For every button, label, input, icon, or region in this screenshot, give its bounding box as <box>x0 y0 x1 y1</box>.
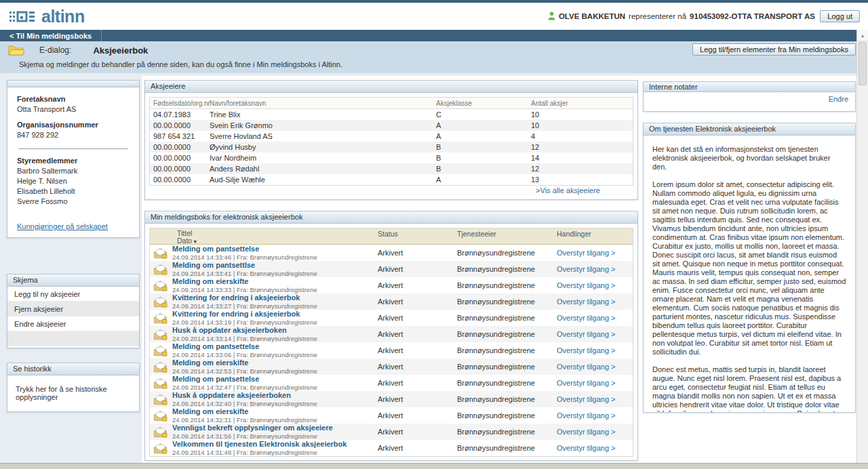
company-name-label: Foretaksnavn <box>17 94 130 104</box>
skjema-item[interactable]: Legg til ny aksjeeier <box>7 287 139 302</box>
message-texts: Husk å oppdater aksjeeierboken 24.09.201… <box>172 327 317 342</box>
archived-envelope-icon <box>153 329 167 340</box>
shareholder-shares: 13 <box>531 176 633 184</box>
override-access-link[interactable]: Overstyr tilgang > <box>557 428 633 436</box>
scrollbar-thumb[interactable] <box>859 42 867 85</box>
add-remove-elements-button[interactable]: Legg til/fjern elementer fra Min melding… <box>692 43 856 56</box>
message-title-link[interactable]: Husk å oppdater aksjeeierboken <box>172 327 317 334</box>
skjema-item[interactable]: Fjern aksjeeier <box>7 302 139 317</box>
shareholders-table-header: Fødselsdato/org.nr Navn/foretaksnavn Aks… <box>150 98 633 109</box>
message-title-link[interactable]: Kvittering for endring i aksjeeierbok <box>172 310 317 318</box>
inbox-message-row: Melding om pantsettelse 24.09.2014 14:33… <box>150 342 633 359</box>
message-title-link[interactable]: Kvittering for endring i aksjeeierbok <box>172 294 317 302</box>
col-status-label[interactable]: Status <box>378 228 457 244</box>
sort-descending-icon: ▼ <box>193 239 197 244</box>
skjema-box-header: Skjema <box>7 274 139 287</box>
shareholder-class: A <box>436 121 531 129</box>
message-date-from: 24.09.2014 14:33:41 | Fra: Brønnøysundre… <box>172 270 317 277</box>
message-title-cell: Melding om pantsettlse 24.09.2014 14:33:… <box>150 262 378 277</box>
override-access-link[interactable]: Overstyr tilgang > <box>557 346 633 354</box>
override-access-link[interactable]: Overstyr tilgang > <box>557 314 633 322</box>
message-service-owner: Brønnøysundregistrene <box>457 363 557 371</box>
message-texts: Melding om pantsettlse 24.09.2014 14:33:… <box>172 262 317 277</box>
override-access-link[interactable]: Overstyr tilgang > <box>557 249 633 257</box>
override-access-link[interactable]: Overstyr tilgang > <box>557 281 633 289</box>
override-access-link[interactable]: Overstyr tilgang > <box>557 363 633 371</box>
archived-envelope-icon <box>153 443 167 454</box>
override-access-link[interactable]: Overstyr tilgang > <box>557 395 633 403</box>
inbox-message-row: Kvittering for endring i aksjeeierbok 24… <box>150 293 633 310</box>
override-access-link[interactable]: Overstyr tilgang > <box>557 265 633 273</box>
inbox-message-row: Vennligst bekreft opplysninger om aksjee… <box>150 424 633 440</box>
skjema-item[interactable]: Endre aksjeeier <box>7 317 139 331</box>
col-name: Navn/foretaksnavn <box>207 100 436 107</box>
message-texts: Husk å oppdatere aksjeeierboken 24.09.20… <box>172 392 317 407</box>
message-date-from: 24.09.2014 14:31:48 | Fra: Brønnøysundre… <box>172 449 347 456</box>
col-share-class: Aksjeklasse <box>436 100 531 107</box>
archived-envelope-icon <box>153 345 167 356</box>
show-all-shareholders-link[interactable]: >Vis alle aksjeeiere <box>536 186 600 195</box>
message-service-owner: Brønnøysundregistrene <box>457 411 557 420</box>
message-service-owner: Brønnøysundregistrene <box>457 395 557 403</box>
board-member-name: Elisabeth Lilleholt <box>17 186 130 197</box>
header-bar: altinn OLVE BAKKETUN representerer nå 91… <box>0 3 868 30</box>
internal-notes-header: Interne notater <box>644 82 855 92</box>
altinn-page: altinn OLVE BAKKETUN representerer nå 91… <box>0 0 868 469</box>
page-title: Aksjeeierbok <box>93 45 148 56</box>
archived-envelope-icon <box>153 280 167 291</box>
message-status: Arkivert <box>378 298 457 306</box>
col-title-label[interactable]: Tittel <box>177 230 378 237</box>
message-date-from: 24.09.2014 14:32:40 | Fra: Brønnøysundre… <box>172 400 317 407</box>
message-title-link[interactable]: Melding om pantsettlse <box>172 262 317 269</box>
edit-notes-link[interactable]: Endre <box>829 95 848 103</box>
internal-notes-box: Interne notater Endre <box>643 81 856 112</box>
inbox-message-row: Melding om eierskifte 24.09.2014 14:32:5… <box>150 359 633 375</box>
board-members-label: Styremedlemmer <box>17 156 130 166</box>
shareholder-row: 00.00.0000 Aud-Silje Wæhle A 13 <box>150 174 633 185</box>
shareholder-id: 00.00.0000 <box>150 176 207 184</box>
override-access-link[interactable]: Overstyr tilgang > <box>557 298 633 306</box>
subheader: E-dialog: Aksjeeierbok Skjema og melding… <box>0 41 868 73</box>
breadcrumb-back-link[interactable]: < Til Min meldingsboks <box>0 30 102 41</box>
message-texts: Melding om eierskifte 24.09.2014 14:33:3… <box>172 278 317 293</box>
shareholders-panel: Aksjeeiere Fødselsdato/org.nr Navn/foret… <box>144 80 638 200</box>
shareholders-panel-header: Aksjeeiere <box>145 81 637 93</box>
shareholder-id: 04.07.1983 <box>150 110 207 119</box>
inbox-table-header: Tittel Dato▼ Status Tjenesteeier Handlin… <box>150 228 633 245</box>
message-title-cell: Husk å oppdatere aksjeeierboken 24.09.20… <box>150 392 378 407</box>
message-title-link[interactable]: Melding om eierskifte <box>172 408 317 415</box>
message-title-link[interactable]: Melding om pantsettelse <box>172 375 317 383</box>
archived-envelope-icon <box>153 426 167 438</box>
message-title-cell: Melding om eierskifte 24.09.2014 14:32:5… <box>150 359 378 375</box>
vertical-scrollbar[interactable]: ▲ <box>856 30 868 463</box>
shareholder-class: A <box>436 132 531 140</box>
override-access-link[interactable]: Overstyr tilgang > <box>557 379 633 387</box>
orgnr-value: 847 928 292 <box>17 130 130 140</box>
scrollbar-up-arrow-icon[interactable]: ▲ <box>857 30 868 41</box>
override-access-link[interactable]: Overstyr tilgang > <box>557 330 633 338</box>
logout-button[interactable]: Logg ut <box>820 10 860 22</box>
altinn-logo: altinn <box>9 7 85 26</box>
shareholder-name: Øyvind Husby <box>207 143 436 151</box>
message-title-link[interactable]: Husk å oppdatere aksjeeierboken <box>172 392 317 399</box>
history-link-text[interactable]: Trykk her for å se historiske opplysning… <box>7 375 139 401</box>
message-title-link[interactable]: Melding om pantsettelse <box>172 245 317 253</box>
shareholder-id: 00.00.0000 <box>150 165 207 173</box>
col-owner-label[interactable]: Tjenesteeier <box>457 228 557 244</box>
message-title-link[interactable]: Melding om eierskifte <box>172 278 317 285</box>
archived-envelope-icon <box>153 312 167 324</box>
message-title-link[interactable]: Melding om pantsettelse <box>172 343 317 350</box>
message-texts: Melding om pantsettelse 24.09.2014 14:33… <box>172 343 317 359</box>
message-title-link[interactable]: Vennligst bekreft opplysninger om aksjee… <box>172 424 333 432</box>
override-access-link[interactable]: Overstyr tilgang > <box>557 444 633 452</box>
col-birthdate-orgnr: Fødselsdato/org.nr <box>150 100 207 107</box>
message-title-link[interactable]: Melding om eierskifte <box>172 359 317 367</box>
archived-envelope-icon <box>153 394 167 405</box>
company-announcements-link[interactable]: Kunngjøringer på selskapet <box>17 222 108 230</box>
inbox-rows: Melding om pantsettelse 24.09.2014 14:33… <box>150 245 633 456</box>
altinn-logo-icon <box>9 7 35 26</box>
override-access-link[interactable]: Overstyr tilgang > <box>557 411 633 420</box>
message-texts: Velkommen til tjenesten Elektronisk aksj… <box>172 441 347 456</box>
message-texts: Kvittering for endring i aksjeeierbok 24… <box>172 310 317 326</box>
message-title-link[interactable]: Velkommen til tjenesten Elektronisk aksj… <box>172 441 347 448</box>
